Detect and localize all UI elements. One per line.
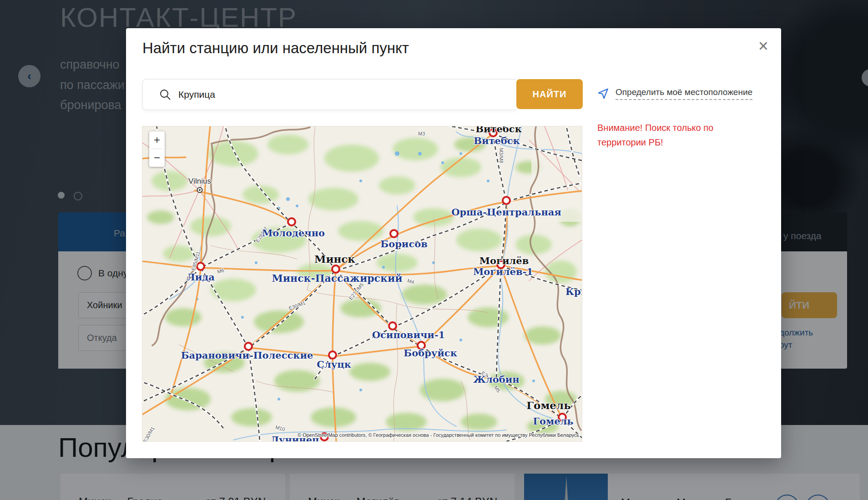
map-station-label: Бобруйск [404, 347, 457, 359]
station-search-input[interactable] [177, 80, 507, 110]
close-icon[interactable]: × [758, 37, 768, 55]
map-station-label: Минск-Пассажирский [272, 272, 402, 284]
map-station-label: Борисов [380, 238, 428, 250]
map-station-label: Барановичи-Полесские [181, 350, 313, 361]
station-search-modal: × Найти станцию или населенный пункт НАЙ… [126, 28, 781, 458]
zoom-out-button[interactable]: − [149, 149, 165, 166]
map-station-label: Слуцк [317, 359, 351, 370]
map-city-label: Могилёв [479, 255, 529, 266]
road-label: М3 [418, 131, 425, 136]
search-warning-text: Внимание! Поиск только по территории РБ! [597, 120, 743, 150]
zoom-in-button[interactable]: + [149, 131, 165, 149]
map-station-label: Молодечно [262, 227, 325, 239]
station-marker-icon[interactable] [389, 229, 399, 238]
map-zoom-control: + − [149, 131, 165, 167]
belarus-map[interactable]: + − ВитебскМинскМогилёвГомельВитебскОрша… [142, 126, 582, 442]
map-city-label: Минск [314, 253, 355, 265]
map-attribution: © OpenStreetMap contributors, © Географи… [298, 432, 579, 438]
station-marker-icon[interactable] [502, 196, 511, 205]
map-station-label: Орша-Центральная [451, 206, 561, 218]
map-station-label: Кри [565, 286, 582, 297]
map-station-label: Могилёв-1 [473, 266, 533, 277]
map-station-label: Жлобин [473, 374, 519, 385]
map-station-label: Осиповичи-1 [372, 329, 445, 340]
navigation-arrow-icon [597, 88, 609, 100]
detect-location-label: Определить моё местоположение [616, 87, 752, 100]
search-icon [159, 89, 171, 100]
map-city-label: Vilnius [188, 177, 211, 186]
map-station-label: Лида [187, 271, 215, 283]
map-station-label: Витебск [474, 135, 520, 146]
map-city-label: Витебск [475, 126, 522, 135]
road-label: М3/М8 [499, 148, 504, 163]
map-city-label: Гомель [526, 399, 571, 411]
city-dot-icon [197, 187, 203, 193]
modal-title: Найти станцию или населенный пункт [142, 40, 409, 57]
station-marker-icon[interactable] [287, 217, 296, 226]
map-station-label: Гомель [533, 415, 573, 427]
find-button[interactable]: НАЙТИ [516, 79, 583, 109]
detect-location-link[interactable]: Определить моё местоположение [597, 87, 752, 100]
station-search-box [142, 79, 517, 110]
